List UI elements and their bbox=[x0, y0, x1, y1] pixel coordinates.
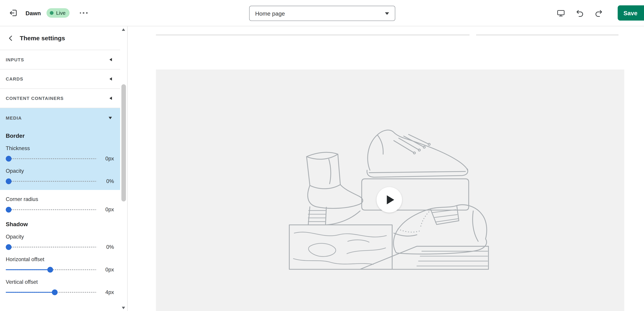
scroll-down-icon[interactable] bbox=[122, 307, 125, 309]
page-selector-value: Home page bbox=[255, 10, 285, 17]
chevron-left-icon bbox=[7, 34, 14, 42]
slider-handle[interactable] bbox=[6, 244, 12, 250]
slider-handle[interactable] bbox=[6, 156, 12, 161]
corner-radius-control: Corner radius 0px bbox=[6, 196, 114, 213]
device-preview-button[interactable] bbox=[554, 5, 568, 20]
horizontal-offset-slider[interactable] bbox=[6, 267, 97, 273]
expanded-indicator-icon bbox=[108, 116, 112, 119]
vertical-offset-control: Vertical offset 4px bbox=[6, 279, 114, 295]
section-label: INPUTS bbox=[6, 57, 24, 62]
collapsed-indicator-icon bbox=[110, 58, 112, 61]
slider-fill bbox=[6, 269, 50, 270]
border-opacity-control: Opacity 0% bbox=[6, 168, 114, 184]
slider-handle[interactable] bbox=[6, 207, 12, 213]
video-media-placeholder[interactable] bbox=[156, 69, 624, 311]
play-icon bbox=[387, 195, 394, 204]
collapsed-indicator-icon bbox=[110, 97, 112, 100]
shadow-opacity-slider[interactable] bbox=[6, 244, 97, 250]
slider-track bbox=[6, 158, 97, 159]
collapsed-indicator-icon bbox=[110, 77, 112, 80]
slider-track bbox=[6, 209, 97, 210]
sidebar-header: Theme settings bbox=[0, 26, 120, 50]
slider-label: Vertical offset bbox=[6, 279, 114, 285]
scroll-up-icon[interactable] bbox=[122, 28, 125, 31]
slider-value: 0px bbox=[100, 155, 114, 162]
shadow-opacity-control: Opacity 0% bbox=[6, 234, 114, 250]
section-inputs[interactable]: INPUTS bbox=[0, 50, 120, 69]
theme-editor: Dawn Live Home page bbox=[0, 0, 644, 311]
theme-preview bbox=[128, 26, 644, 311]
slider-label: Thickness bbox=[6, 145, 114, 151]
slider-value: 0% bbox=[100, 244, 114, 250]
preview-divider-left bbox=[156, 35, 470, 35]
vertical-offset-slider[interactable] bbox=[6, 289, 97, 295]
section-label: MEDIA bbox=[6, 115, 22, 120]
section-cards[interactable]: CARDS bbox=[0, 69, 120, 89]
slider-value: 0% bbox=[100, 178, 114, 184]
exit-icon bbox=[9, 8, 18, 17]
thickness-control: Thickness 0px bbox=[6, 145, 114, 162]
media-border-controls: Border Thickness 0px bbox=[0, 132, 120, 184]
slider-value: 4px bbox=[100, 289, 114, 295]
slider-handle[interactable] bbox=[52, 289, 58, 295]
border-opacity-slider[interactable] bbox=[6, 178, 97, 184]
monitor-icon bbox=[556, 8, 566, 17]
media-controls-continued: Corner radius 0px Shadow Opacity bbox=[0, 196, 120, 295]
settings-sidebar: Theme settings INPUTS CARDS CONTENT CONT… bbox=[0, 26, 128, 311]
undo-icon bbox=[575, 8, 584, 17]
slider-value: 0px bbox=[100, 267, 114, 273]
slider-label: Horizontal offset bbox=[6, 256, 114, 262]
media-section-expanded: MEDIA Border Thickness 0px bbox=[0, 108, 120, 190]
live-badge: Live bbox=[47, 8, 70, 18]
section-media[interactable]: MEDIA bbox=[0, 108, 120, 127]
sidebar-title: Theme settings bbox=[20, 35, 65, 42]
preview-divider-right bbox=[476, 35, 618, 35]
slider-label: Opacity bbox=[6, 168, 114, 174]
save-button[interactable]: Save bbox=[618, 5, 644, 20]
section-label: CONTENT CONTAINERS bbox=[6, 96, 64, 101]
ellipsis-icon bbox=[80, 12, 88, 14]
slider-value: 0px bbox=[100, 206, 114, 213]
slider-handle[interactable] bbox=[6, 178, 12, 184]
back-button[interactable] bbox=[5, 32, 16, 44]
slider-handle[interactable] bbox=[48, 267, 53, 273]
horizontal-offset-control: Horizontal offset 0px bbox=[6, 256, 114, 273]
redo-icon bbox=[594, 8, 603, 17]
store-name: Dawn bbox=[26, 9, 41, 16]
thickness-slider[interactable] bbox=[6, 156, 97, 161]
redo-button[interactable] bbox=[591, 5, 606, 20]
section-content-containers[interactable]: CONTENT CONTAINERS bbox=[0, 89, 120, 108]
scrollbar-thumb[interactable] bbox=[121, 84, 126, 202]
shadow-group-heading: Shadow bbox=[6, 221, 114, 227]
sidebar-scrollbar[interactable] bbox=[120, 26, 127, 311]
page-selector[interactable]: Home page bbox=[249, 6, 395, 21]
live-dot-icon bbox=[50, 11, 54, 15]
section-label: CARDS bbox=[6, 76, 23, 81]
corner-radius-slider[interactable] bbox=[6, 207, 97, 213]
slider-track bbox=[6, 246, 97, 248]
slider-label: Corner radius bbox=[6, 196, 114, 202]
live-badge-label: Live bbox=[56, 10, 66, 16]
play-button[interactable] bbox=[376, 187, 402, 213]
slider-label: Opacity bbox=[6, 234, 114, 240]
undo-button[interactable] bbox=[572, 5, 587, 20]
slider-fill bbox=[6, 292, 55, 293]
topbar: Dawn Live Home page bbox=[0, 0, 644, 26]
slider-track bbox=[6, 181, 97, 182]
chevron-down-icon bbox=[385, 12, 389, 14]
exit-editor-button[interactable] bbox=[6, 5, 20, 20]
border-group-heading: Border bbox=[6, 132, 114, 139]
sidebar-content: Theme settings INPUTS CARDS CONTENT CONT… bbox=[0, 26, 120, 295]
more-options-button[interactable] bbox=[76, 5, 91, 20]
topbar-actions: Save bbox=[554, 5, 644, 20]
